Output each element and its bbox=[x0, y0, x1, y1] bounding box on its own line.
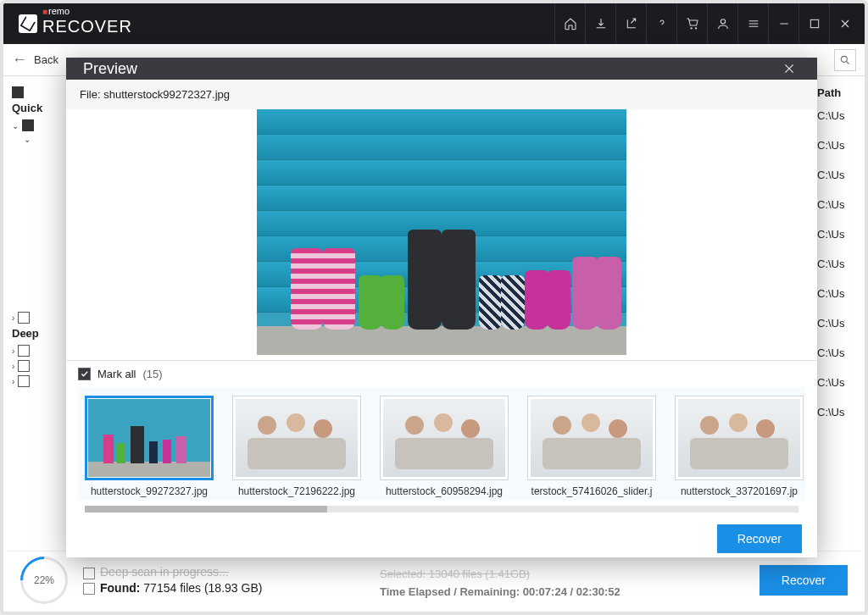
user-icon[interactable] bbox=[707, 3, 737, 44]
chevron-right-icon[interactable]: › bbox=[12, 377, 14, 386]
titlebar: remo RECOVER bbox=[3, 3, 865, 44]
thumbnail-label: hutterstock_99272327.jpg bbox=[85, 485, 214, 497]
app-logo-icon bbox=[19, 14, 37, 33]
checkbox-icon[interactable] bbox=[18, 345, 30, 357]
thumbnail-image bbox=[678, 399, 800, 477]
footer-status: Deep scan in progress... Found: 77154 fi… bbox=[83, 565, 262, 595]
thumbnail-item[interactable]: nutterstock_337201697.jp bbox=[675, 396, 804, 497]
home-icon[interactable] bbox=[554, 3, 585, 44]
path-cell: C:\Us bbox=[812, 397, 865, 427]
preview-modal: Preview File: shutterstock99272327.jpg bbox=[66, 58, 817, 557]
thumbnail-label: hutterstock_72196222.jpg bbox=[232, 485, 361, 497]
titlebar-actions bbox=[554, 3, 860, 44]
download-icon[interactable] bbox=[585, 3, 615, 44]
preview-image bbox=[257, 109, 626, 355]
status-icon bbox=[83, 583, 95, 595]
help-icon[interactable] bbox=[646, 3, 676, 44]
path-cell: C:\Us bbox=[812, 249, 865, 279]
thumbnail-image bbox=[531, 399, 653, 477]
minimize-icon[interactable] bbox=[768, 3, 798, 44]
mark-all-checkbox[interactable] bbox=[78, 368, 91, 380]
deep-heading: Deep bbox=[12, 327, 49, 340]
sidebar: Quick ⌄ ⌄ › Deep › › › bbox=[3, 76, 58, 552]
selected-line: Selected: 13040 files (1.41GB) bbox=[380, 566, 620, 584]
path-column: Path C:\UsC:\UsC:\UsC:\UsC:\UsC:\UsC:\Us… bbox=[812, 76, 865, 552]
thumbnail-item[interactable]: hutterstock_72196222.jpg bbox=[232, 396, 361, 497]
svg-point-2 bbox=[841, 56, 847, 62]
checkbox-icon[interactable] bbox=[18, 312, 30, 324]
status-icon bbox=[83, 568, 95, 579]
modal-title: Preview bbox=[83, 60, 137, 78]
mark-all-count: (15) bbox=[143, 368, 163, 380]
footer-time: Selected: 13040 files (1.41GB) Time Elap… bbox=[380, 566, 620, 601]
modal-recover-button[interactable]: Recover bbox=[717, 524, 802, 553]
quick-heading: Quick bbox=[12, 102, 49, 114]
chevron-down-icon[interactable]: ⌄ bbox=[12, 121, 19, 130]
search-button[interactable] bbox=[834, 49, 856, 71]
svg-rect-1 bbox=[810, 19, 818, 27]
thumbnail-strip[interactable]: hutterstock_99272327.jpghutterstock_7219… bbox=[85, 396, 798, 497]
thumbnail-label: nutterstock_337201697.jp bbox=[675, 485, 804, 497]
found-value: 77154 files (18.93 GB) bbox=[143, 581, 262, 595]
chevron-down-icon[interactable]: ⌄ bbox=[24, 135, 31, 144]
path-cell: C:\Us bbox=[812, 101, 865, 130]
thumbnail-label: terstock_57416026_slider.j bbox=[527, 485, 656, 497]
recover-button[interactable]: Recover bbox=[760, 565, 848, 596]
menu-icon[interactable] bbox=[737, 3, 768, 44]
thumbnail-item[interactable]: hutterstock_60958294.jpg bbox=[380, 396, 509, 497]
path-cell: C:\Us bbox=[812, 368, 865, 397]
back-arrow-icon[interactable]: ← bbox=[12, 51, 27, 69]
chevron-right-icon[interactable]: › bbox=[12, 362, 14, 371]
path-cell: C:\Us bbox=[812, 160, 865, 190]
found-label: Found: bbox=[100, 581, 140, 595]
path-header: Path bbox=[812, 85, 865, 101]
time-label: Time Elapsed / Remaining: bbox=[380, 585, 520, 598]
mark-all-label[interactable]: Mark all bbox=[97, 368, 136, 380]
brand-main: RECOVER bbox=[42, 17, 132, 36]
progress-percent: 22% bbox=[34, 574, 54, 586]
thumbnail-scrollbar[interactable] bbox=[85, 506, 798, 512]
preview-area bbox=[66, 109, 817, 360]
chevron-right-icon[interactable]: › bbox=[12, 313, 14, 323]
back-label[interactable]: Back bbox=[34, 53, 58, 66]
file-label: File: shutterstock99272327.jpg bbox=[66, 80, 817, 109]
path-cell: C:\Us bbox=[812, 130, 865, 160]
path-cell: C:\Us bbox=[812, 219, 865, 249]
checkbox-icon[interactable] bbox=[18, 360, 30, 372]
thumbnail-image bbox=[383, 399, 505, 477]
checkbox-icon[interactable] bbox=[12, 86, 24, 98]
path-cell: C:\Us bbox=[812, 308, 865, 338]
app-logo: remo RECOVER bbox=[19, 4, 132, 43]
close-icon[interactable] bbox=[829, 3, 860, 44]
time-value: 00:07:24 / 02:30:52 bbox=[523, 585, 620, 598]
path-cell: C:\Us bbox=[812, 338, 865, 368]
chevron-right-icon[interactable]: › bbox=[12, 346, 14, 356]
thumbnail-item[interactable]: hutterstock_99272327.jpg bbox=[85, 396, 214, 497]
thumbnail-bar: Mark all (15) hutterstock_99272327.jpghu… bbox=[66, 360, 817, 512]
path-cell: C:\Us bbox=[812, 279, 865, 308]
thumbnail-image bbox=[236, 399, 358, 477]
svg-point-0 bbox=[721, 19, 725, 24]
maximize-icon[interactable] bbox=[798, 3, 829, 44]
modal-close-button[interactable] bbox=[778, 58, 800, 80]
thumbnail-image bbox=[88, 399, 210, 477]
checkbox-icon[interactable] bbox=[22, 119, 34, 131]
modal-header: Preview bbox=[66, 58, 817, 80]
path-cell: C:\Us bbox=[812, 190, 865, 219]
cart-icon[interactable] bbox=[676, 3, 707, 44]
brand-upper: remo bbox=[42, 6, 70, 16]
app-window: remo RECOVER ← Back Quick bbox=[0, 0, 868, 615]
thumbnail-label: hutterstock_60958294.jpg bbox=[380, 485, 509, 497]
checkbox-icon[interactable] bbox=[18, 375, 30, 387]
thumbnail-item[interactable]: terstock_57416026_slider.j bbox=[527, 396, 656, 497]
export-icon[interactable] bbox=[615, 3, 646, 44]
